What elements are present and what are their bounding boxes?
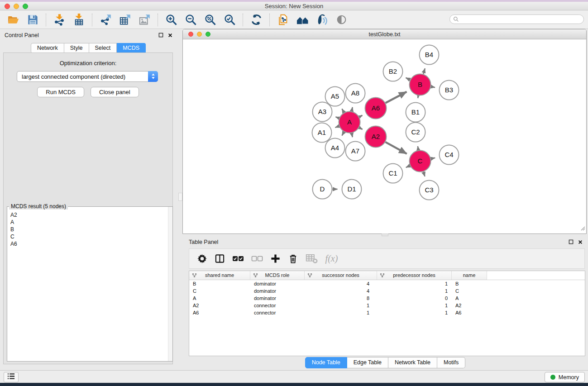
column-header-successor-nodes[interactable]: successor nodes bbox=[305, 271, 377, 280]
network-graph[interactable]: B4B2BB3A5A8A6A3B1AA1C2A2A4A7CC4C1C3DD1 bbox=[183, 39, 586, 234]
mcds-result-item[interactable]: B bbox=[10, 226, 166, 233]
table-row[interactable]: Cdominator41C bbox=[189, 287, 585, 295]
select-all-icon[interactable] bbox=[232, 253, 244, 264]
close-window-button[interactable] bbox=[5, 4, 10, 9]
edge-B-B1[interactable] bbox=[418, 95, 418, 98]
table-cell: 4 bbox=[305, 281, 377, 286]
save-session-icon[interactable] bbox=[25, 12, 40, 28]
mcds-result-item[interactable]: A bbox=[10, 219, 166, 226]
mcds-result-item[interactable]: A6 bbox=[10, 240, 166, 248]
show-hide-icon[interactable] bbox=[334, 12, 349, 28]
tab-node-table[interactable]: Node Table bbox=[305, 357, 347, 368]
control-panel-tabs: NetworkStyleSelectMCDS bbox=[0, 43, 177, 53]
vertical-splitter-grip[interactable] bbox=[178, 193, 182, 201]
main-titlebar: Session: New Session bbox=[0, 2, 588, 10]
settings-icon[interactable] bbox=[197, 253, 207, 264]
export-network-icon[interactable] bbox=[98, 12, 113, 28]
column-header-shared-name[interactable]: shared name bbox=[189, 271, 250, 280]
edge-B-B2[interactable] bbox=[406, 78, 410, 80]
edge-C-C3[interactable] bbox=[423, 172, 425, 176]
criterion-select[interactable]: largest connected component (directed) bbox=[17, 71, 158, 82]
add-icon[interactable] bbox=[270, 253, 281, 264]
import-table-icon[interactable] bbox=[71, 12, 86, 28]
deselect-all-icon[interactable] bbox=[251, 253, 263, 264]
edge-A-A4[interactable] bbox=[342, 132, 344, 135]
close-panel-icon[interactable] bbox=[168, 33, 172, 38]
float-panel-icon[interactable] bbox=[158, 33, 163, 38]
edge-C-C4[interactable] bbox=[431, 158, 435, 159]
search-field[interactable] bbox=[449, 14, 584, 24]
table-row[interactable]: Bdominator41B bbox=[189, 280, 585, 287]
float-table-panel-icon[interactable] bbox=[569, 239, 574, 244]
table-row[interactable]: Adominator80A bbox=[189, 295, 585, 302]
zoom-fit-icon[interactable] bbox=[202, 12, 218, 28]
edge-B-B3[interactable] bbox=[431, 87, 435, 88]
tab-mcds[interactable]: MCDS bbox=[117, 43, 146, 53]
table-row[interactable]: A2connector11A2 bbox=[189, 302, 585, 309]
graph-node-label-C4: C4 bbox=[445, 151, 453, 158]
columns-icon[interactable] bbox=[215, 253, 225, 264]
graph-node-label-C2: C2 bbox=[411, 128, 420, 136]
edge-A-A3[interactable] bbox=[335, 117, 339, 118]
column-header-MCDS-role[interactable]: MCDS role bbox=[250, 271, 305, 280]
table-cell: 1 bbox=[377, 288, 452, 294]
table-row[interactable]: A6connector11A6 bbox=[189, 309, 585, 316]
zoom-window-button[interactable] bbox=[23, 4, 28, 9]
tab-network-table[interactable]: Network Table bbox=[388, 357, 437, 368]
result-scrollbar[interactable] bbox=[168, 207, 172, 361]
edge-A-A7[interactable] bbox=[352, 133, 353, 137]
zoom-out-icon[interactable] bbox=[183, 12, 198, 28]
console-button[interactable] bbox=[4, 372, 19, 382]
network-close-button[interactable] bbox=[188, 32, 193, 37]
edge-A-A5[interactable] bbox=[342, 109, 344, 112]
toggle-graphics-icon[interactable] bbox=[314, 12, 330, 28]
zoom-in-icon[interactable] bbox=[163, 12, 179, 28]
duplicate-network-icon[interactable] bbox=[275, 12, 291, 28]
close-table-panel-icon[interactable] bbox=[578, 240, 583, 244]
select-stepper-icon bbox=[148, 71, 158, 82]
mcds-result-item[interactable]: A2 bbox=[10, 211, 166, 219]
window-controls[interactable] bbox=[5, 4, 28, 9]
network-window-controls[interactable] bbox=[188, 32, 210, 37]
open-file-icon[interactable] bbox=[5, 12, 21, 28]
close-panel-button[interactable]: Close panel bbox=[91, 87, 139, 97]
column-header-name[interactable]: name bbox=[452, 271, 487, 280]
tab-style[interactable]: Style bbox=[64, 43, 89, 53]
edge-C-C1[interactable] bbox=[406, 166, 410, 167]
search-input[interactable] bbox=[461, 15, 583, 23]
tab-network[interactable]: Network bbox=[31, 43, 64, 53]
import-network-icon[interactable] bbox=[52, 12, 67, 28]
network-canvas[interactable]: B4B2BB3A5A8A6A3B1AA1C2A2A4A7CC4C1C3DD1 bbox=[183, 39, 586, 234]
run-mcds-button[interactable]: Run MCDS bbox=[37, 87, 84, 97]
edge-A-A6[interactable] bbox=[359, 115, 363, 117]
minimize-window-button[interactable] bbox=[14, 4, 19, 9]
network-minimize-button[interactable] bbox=[197, 32, 202, 37]
edge-A2-C[interactable] bbox=[385, 142, 406, 154]
zoom-selected-icon[interactable] bbox=[222, 12, 237, 28]
edge-A-A8[interactable] bbox=[352, 107, 353, 111]
tab-edge-table[interactable]: Edge Table bbox=[347, 357, 388, 368]
edge-B-B4[interactable] bbox=[423, 68, 425, 74]
network-zoom-button[interactable] bbox=[206, 32, 210, 37]
export-image-icon[interactable] bbox=[137, 12, 152, 28]
graph-node-label-D: D bbox=[320, 185, 325, 193]
memory-button[interactable]: Memory bbox=[545, 372, 585, 382]
export-table-icon[interactable] bbox=[117, 12, 133, 28]
resize-grip-icon[interactable] bbox=[580, 224, 585, 233]
delete-icon[interactable] bbox=[288, 253, 298, 264]
hierarchy-sort-icon bbox=[192, 273, 197, 278]
tab-select[interactable]: Select bbox=[89, 43, 117, 53]
delete-table-icon bbox=[306, 253, 318, 264]
toolbar-separator bbox=[158, 14, 158, 26]
tab-motifs[interactable]: Motifs bbox=[437, 357, 465, 368]
edge-A-A2[interactable] bbox=[359, 128, 362, 129]
edge-A-A1[interactable] bbox=[335, 126, 339, 128]
edge-C-C2[interactable] bbox=[418, 146, 418, 150]
refresh-icon[interactable] bbox=[249, 12, 264, 28]
edge-A6-B[interactable] bbox=[386, 92, 407, 103]
column-header-predecessor-nodes[interactable]: predecessor nodes bbox=[377, 271, 452, 280]
table-cell: connector bbox=[250, 310, 305, 315]
home-icon[interactable] bbox=[295, 12, 310, 28]
toolbar-group bbox=[249, 12, 264, 28]
mcds-result-item[interactable]: C bbox=[10, 233, 166, 240]
